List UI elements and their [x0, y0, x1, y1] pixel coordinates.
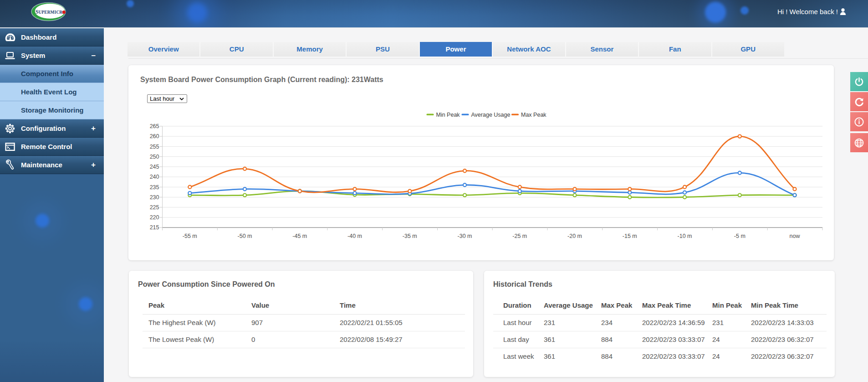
svg-text:now: now [790, 233, 801, 239]
svg-text:240: 240 [150, 174, 159, 180]
svg-text:235: 235 [150, 184, 159, 191]
svg-text:-15 m: -15 m [623, 233, 637, 239]
svg-text:-55 m: -55 m [183, 233, 197, 239]
svg-text:255: 255 [150, 144, 159, 150]
svg-text:-20 m: -20 m [567, 233, 582, 239]
svg-text:-50 m: -50 m [238, 233, 252, 239]
svg-text:-30 m: -30 m [458, 233, 472, 239]
svg-text:-40 m: -40 m [347, 233, 362, 239]
svg-text:-35 m: -35 m [403, 233, 417, 239]
svg-text:245: 245 [150, 164, 159, 170]
svg-text:220: 220 [150, 214, 159, 221]
svg-text:-5 m: -5 m [734, 233, 745, 239]
svg-text:Min Peak: Min Peak [436, 112, 460, 118]
svg-text:225: 225 [150, 204, 159, 211]
svg-text:260: 260 [150, 133, 159, 139]
svg-text:-25 m: -25 m [512, 233, 527, 239]
svg-text:Average Usage: Average Usage [471, 112, 511, 118]
svg-text:250: 250 [150, 154, 159, 160]
svg-text:Max Peak: Max Peak [521, 112, 546, 118]
svg-text:215: 215 [150, 224, 159, 231]
svg-text:265: 265 [150, 123, 159, 129]
svg-text:-45 m: -45 m [292, 233, 307, 239]
svg-text:SUPERMICR: SUPERMICR [36, 9, 62, 15]
svg-text:230: 230 [150, 194, 159, 201]
svg-text:-10 m: -10 m [678, 233, 692, 239]
